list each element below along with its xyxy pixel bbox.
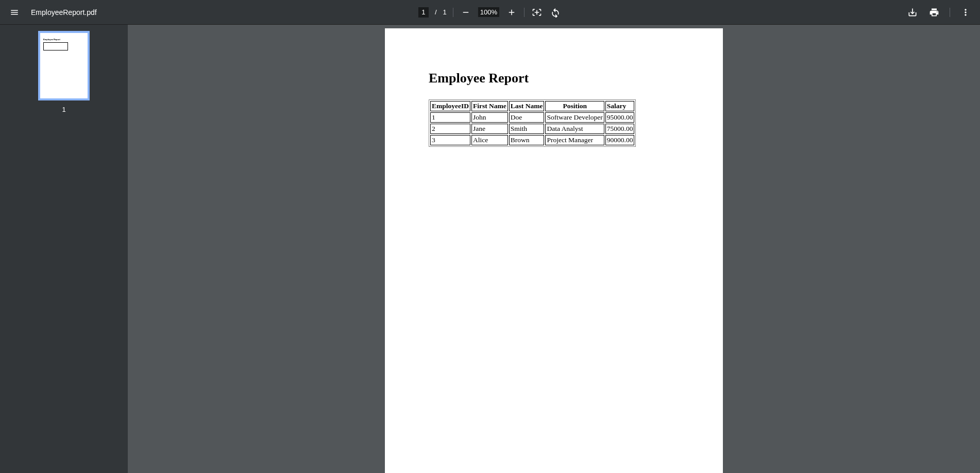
table-cell: Alice (471, 135, 508, 145)
menu-icon[interactable] (8, 6, 21, 19)
divider (950, 8, 950, 17)
fit-page-icon[interactable] (531, 6, 543, 19)
report-title: Employee Report (429, 71, 679, 86)
table-cell: Brown (509, 135, 545, 145)
toolbar-right (906, 6, 972, 19)
table-row: 3AliceBrownProject Manager90000.00 (430, 135, 634, 145)
content-area[interactable]: Employee Report EmployeeID First Name La… (128, 25, 980, 473)
download-icon[interactable] (906, 6, 919, 19)
page-total: 1 (443, 8, 447, 16)
print-icon[interactable] (928, 6, 940, 19)
thumbnail-sidebar: Employee Report 1 (0, 25, 128, 473)
table-cell: Doe (509, 112, 545, 123)
divider (453, 8, 453, 17)
col-firstname: First Name (471, 101, 508, 111)
employee-table: EmployeeID First Name Last Name Position… (429, 99, 636, 147)
page-thumbnail[interactable]: Employee Report (38, 31, 90, 100)
pdf-page: Employee Report EmployeeID First Name La… (385, 28, 723, 473)
table-cell: 1 (430, 112, 470, 123)
rotate-icon[interactable] (549, 6, 562, 19)
page-number-input[interactable] (418, 7, 429, 18)
divider (524, 8, 525, 17)
table-row: 2JaneSmithData Analyst75000.00 (430, 124, 634, 134)
page-separator: / (435, 8, 437, 16)
zoom-level[interactable]: 100% (478, 7, 499, 17)
table-cell: Data Analyst (545, 124, 604, 134)
col-employeeid: EmployeeID (430, 101, 470, 111)
table-cell: Project Manager (545, 135, 604, 145)
toolbar-center: / 1 100% (418, 6, 562, 19)
table-cell: Smith (509, 124, 545, 134)
table-cell: 3 (430, 135, 470, 145)
thumbnail-container[interactable]: Employee Report 1 (38, 31, 90, 113)
zoom-in-icon[interactable] (505, 6, 518, 19)
more-icon[interactable] (959, 6, 972, 19)
table-header-row: EmployeeID First Name Last Name Position… (430, 101, 634, 111)
table-cell: 90000.00 (605, 135, 635, 145)
file-name: EmployeeReport.pdf (31, 8, 97, 16)
table-cell: Jane (471, 124, 508, 134)
table-cell: 75000.00 (605, 124, 635, 134)
col-position: Position (545, 101, 604, 111)
toolbar-left: EmployeeReport.pdf (8, 6, 97, 19)
table-row: 1JohnDoeSoftware Developer95000.00 (430, 112, 634, 123)
col-salary: Salary (605, 101, 635, 111)
table-cell: John (471, 112, 508, 123)
table-cell: 95000.00 (605, 112, 635, 123)
toolbar: EmployeeReport.pdf / 1 100% (0, 0, 980, 25)
main-area: Employee Report 1 Employee Report Employ… (0, 25, 980, 473)
zoom-out-icon[interactable] (460, 6, 472, 19)
table-cell: 2 (430, 124, 470, 134)
thumbnail-page-number: 1 (62, 106, 65, 113)
table-cell: Software Developer (545, 112, 604, 123)
thumb-title-mini: Employee Report (43, 38, 85, 41)
col-lastname: Last Name (509, 101, 545, 111)
thumb-table-mini (43, 42, 68, 50)
